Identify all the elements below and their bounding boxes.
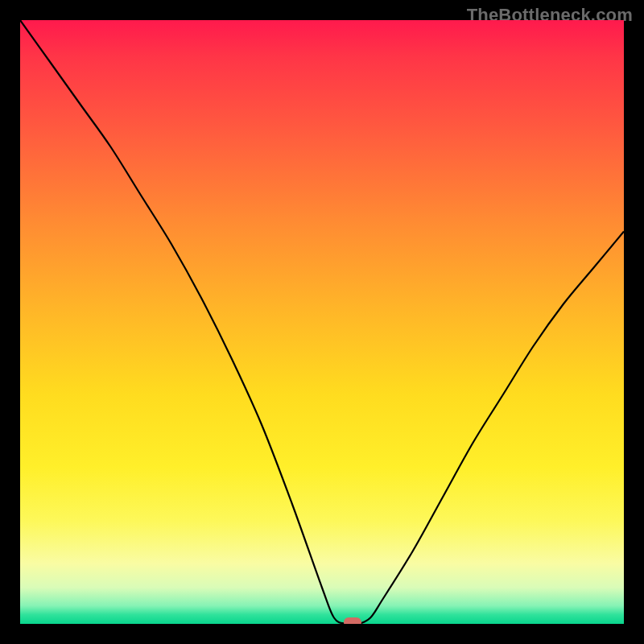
curve-svg (20, 20, 624, 624)
bottleneck-curve-path (20, 20, 624, 624)
chart-frame: TheBottleneck.com (0, 0, 644, 644)
optimal-point-marker (344, 617, 361, 624)
plot-area (20, 20, 624, 624)
